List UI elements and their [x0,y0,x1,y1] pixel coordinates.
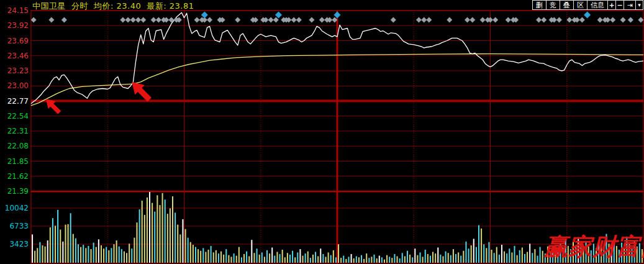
volume-axis-label: 6733 [0,222,29,230]
price-axis-label: 23.00 [0,81,29,90]
price-axis-label: 23.23 [0,66,29,75]
intraday-chart-canvas[interactable] [0,0,644,264]
price-axis-label: 23.46 [0,52,29,60]
price-axis-label: 22.77 [0,97,29,106]
price-axis-label: 22.31 [0,127,29,135]
price-axis-label: 21.62 [0,172,29,181]
price-axis-label: 21.39 [0,187,29,196]
watermark: 赢家财富网 [544,231,644,263]
price-axis-label: 23.69 [0,37,29,45]
price-axis-label: 22.54 [0,112,29,121]
price-axis-label: 21.85 [0,157,29,166]
price-axis-label: 23.92 [0,21,29,30]
price-axis-label: 22.08 [0,142,29,150]
price-axis-label: 24.15 [0,6,29,15]
volume-axis-label: 10042 [0,204,29,212]
stock-app-window: 中国卫星分时均价: 23.40最新: 23.81 删 竞 叠 区 信息 + − … [0,0,644,264]
volume-axis-label: 3423 [0,240,29,248]
